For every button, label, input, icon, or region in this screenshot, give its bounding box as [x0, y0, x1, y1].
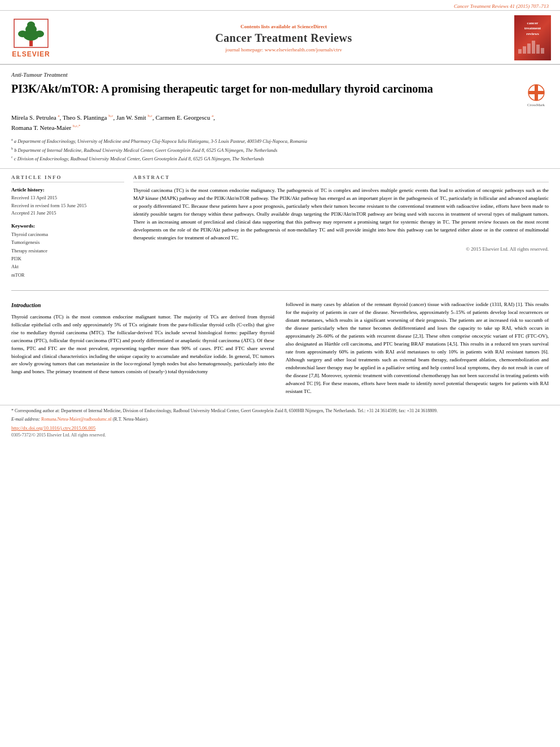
journal-header: ELSEVIER Contents lists available at Sci… [0, 10, 560, 65]
received-date: Received 13 April 2015 [11, 194, 124, 202]
cover-box: cancertreatmentreviews [514, 15, 551, 60]
article-type: Anti-Tumour Treatment [11, 72, 549, 78]
affiliation-b: b b Department of Internal Medicine, Rad… [11, 146, 549, 154]
crossmark-label: CrossMark [527, 103, 545, 107]
keyword-5: Akt [11, 263, 124, 270]
svg-point-4 [18, 30, 27, 37]
body-left-column: Introduction Thyroid carcinoma (TC) is t… [11, 301, 274, 395]
footer-section: * Corresponding author at: Department of… [0, 405, 560, 440]
abstract-heading: ABSTRACT [133, 174, 549, 182]
introduction-col2-text: followed in many cases by ablation of th… [286, 301, 549, 395]
article-title-row: PI3K/Akt/mTOR: A promising therapeutic t… [11, 81, 549, 107]
accepted-date: Accepted 21 June 2015 [11, 209, 124, 217]
article-title: PI3K/Akt/mTOR: A promising therapeutic t… [11, 81, 514, 96]
article-dates: Received 13 April 2015 Received in revis… [11, 194, 124, 217]
svg-rect-12 [541, 48, 544, 54]
history-label: Article history: [11, 187, 124, 193]
keywords-label: Keywords: [11, 223, 124, 229]
elsevier-tree-icon [11, 18, 51, 49]
abstract-column: ABSTRACT Thyroid carcinoma (TC) is the m… [133, 174, 549, 279]
svg-point-5 [35, 30, 44, 37]
keyword-1: Thyroid carcinoma [11, 230, 124, 238]
journal-title: Cancer Treatment Reviews [60, 32, 508, 45]
affiliation-c: c c Division of Endocrinology, Radboud U… [11, 155, 549, 163]
journal-citation: Cancer Treatment Reviews 41 (2015) 707–7… [0, 0, 560, 10]
keyword-6: mTOR [11, 271, 124, 279]
corresponding-author-footnote: * Corresponding author at: Department of… [11, 408, 549, 414]
svg-rect-7 [518, 49, 522, 54]
sciencedirect-link: Contents lists available at ScienceDirec… [60, 24, 508, 29]
introduction-col1-text: Thyroid carcinoma (TC) is the most commo… [11, 313, 274, 377]
keyword-4: PI3K [11, 255, 124, 263]
elsevier-logo: ELSEVIER [9, 16, 53, 60]
affiliation-a: a a Department of Endocrinology, Univers… [11, 137, 549, 145]
body-right-column: followed in many cases by ablation of th… [286, 301, 549, 395]
keywords-list: Thyroid carcinoma Tumorigenesis Therapy … [11, 230, 124, 279]
article-info-abstract-section: ARTICLE INFO Article history: Received 1… [0, 168, 560, 285]
revised-date: Received in revised form 15 June 2015 [11, 202, 124, 210]
journal-homepage: journal homepage: www.elsevierhealth.com… [60, 47, 508, 53]
issn-line: 0305-7372/© 2015 Elsevier Ltd. All right… [11, 433, 549, 438]
body-section: Introduction Thyroid carcinoma (TC) is t… [0, 296, 560, 400]
article-info-column: ARTICLE INFO Article history: Received 1… [11, 174, 124, 279]
journal-cover-image: cancertreatmentreviews [514, 15, 551, 60]
elsevier-name-text: ELSEVIER [12, 50, 50, 58]
section-divider [11, 290, 549, 291]
keyword-3: Therapy resistance [11, 247, 124, 255]
svg-rect-14 [528, 91, 544, 94]
cover-chart-icon [517, 38, 548, 55]
doi-link[interactable]: http://dx.doi.org/10.1016/j.ctrv.2015.06… [11, 425, 549, 431]
crossmark-icon [527, 84, 545, 102]
svg-rect-9 [527, 43, 531, 54]
introduction-heading: Introduction [11, 301, 274, 310]
crossmark-badge: CrossMark [523, 84, 549, 107]
authors-line: Mirela S. Petrulea a, Theo S. Plantinga … [11, 113, 549, 133]
sciencedirect-brand: ScienceDirect [298, 24, 327, 29]
article-section: Anti-Tumour Treatment PI3K/Akt/mTOR: A p… [0, 65, 560, 168]
abstract-text: Thyroid carcinoma (TC) is the most commo… [133, 187, 549, 242]
keyword-2: Tumorigenesis [11, 238, 124, 246]
svg-point-3 [27, 21, 35, 28]
svg-rect-10 [532, 41, 535, 54]
affiliations: a a Department of Endocrinology, Univers… [11, 137, 549, 163]
article-info-heading: ARTICLE INFO [11, 174, 124, 182]
copyright-line: © 2015 Elsevier Ltd. All rights reserved… [133, 246, 549, 252]
svg-rect-11 [536, 45, 540, 54]
svg-rect-8 [523, 46, 526, 54]
journal-header-center: Contents lists available at ScienceDirec… [60, 24, 508, 53]
email-footnote: E-mail address: Romana.Netea-Maier@radbo… [11, 416, 549, 423]
